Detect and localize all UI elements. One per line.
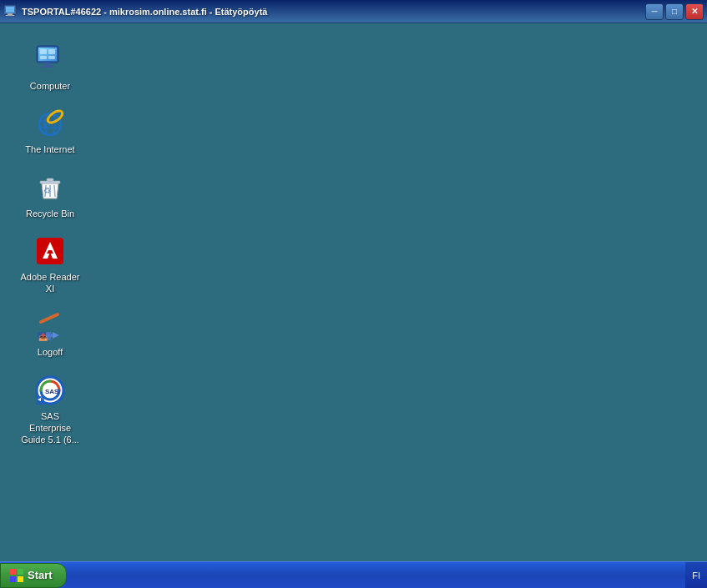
- close-button[interactable]: ✕: [685, 3, 704, 20]
- taskbar: Start FI: [0, 561, 707, 588]
- desktop-icon-recycle[interactable]: ♻ Recycle Bin: [17, 168, 83, 223]
- taskbar-language: FI: [685, 562, 707, 588]
- restore-button[interactable]: □: [665, 3, 684, 20]
- svg-rect-2: [8, 13, 13, 15]
- start-label: Start: [28, 569, 53, 581]
- minimize-button[interactable]: ─: [645, 3, 664, 20]
- svg-rect-12: [48, 56, 55, 59]
- desktop-icons: Computer e The Internet: [8, 32, 699, 466]
- svg-text:♻: ♻: [43, 186, 51, 195]
- windows-logo-icon: [9, 568, 24, 583]
- svg-text:SAS: SAS: [45, 388, 59, 395]
- svg-rect-42: [10, 569, 16, 575]
- desktop-icon-internet[interactable]: e The Internet: [17, 103, 83, 158]
- title-buttons: ─ □ ✕: [645, 3, 704, 20]
- desktop-icon-sas[interactable]: SAS SAS Enterprise Guide 5.1 (6...: [17, 370, 83, 450]
- desktop-icon-computer[interactable]: Computer: [17, 40, 83, 95]
- svg-rect-24: [47, 178, 53, 181]
- start-button[interactable]: Start: [0, 563, 67, 588]
- svg-line-33: [41, 314, 58, 322]
- title-bar: TSPORTAL#46622 - mikrosim.online.stat.fi…: [0, 0, 707, 23]
- svg-rect-1: [6, 7, 14, 13]
- svg-rect-44: [10, 576, 16, 582]
- desktop-icon-adobe[interactable]: Adobe Reader XI: [17, 231, 83, 299]
- svg-rect-45: [18, 576, 23, 582]
- svg-marker-32: [53, 332, 59, 339]
- sas-icon-label: SAS Enterprise Guide 5.1 (6...: [20, 410, 80, 446]
- title-icon: [3, 5, 17, 18]
- svg-rect-11: [40, 56, 47, 59]
- svg-rect-9: [40, 49, 47, 54]
- sas-icon: SAS: [33, 374, 67, 407]
- recycle-icon-label: Recycle Bin: [26, 208, 74, 219]
- logoff-icon-label: Logoff: [38, 346, 63, 358]
- svg-line-22: [54, 185, 55, 197]
- logoff-icon: 📤: [33, 309, 67, 343]
- svg-rect-43: [18, 569, 23, 575]
- ie-icon: e: [33, 107, 67, 140]
- desktop: Computer e The Internet: [0, 23, 707, 561]
- adobe-icon-label: Adobe Reader XI: [20, 271, 80, 295]
- svg-rect-10: [48, 49, 55, 54]
- svg-rect-8: [41, 66, 54, 68]
- desktop-icon-logoff[interactable]: 📤 Logoff: [17, 306, 83, 361]
- title-text: TSPORTAL#46622 - mikrosim.online.stat.fi…: [22, 7, 267, 17]
- recycle-icon: ♻: [33, 171, 67, 204]
- svg-rect-3: [6, 15, 14, 16]
- svg-rect-23: [40, 181, 60, 183]
- title-bar-left: TSPORTAL#46622 - mikrosim.online.stat.fi…: [3, 5, 267, 18]
- language-indicator: FI: [692, 570, 700, 580]
- computer-icon-label: Computer: [30, 80, 70, 92]
- adobe-icon: [33, 234, 67, 268]
- computer-icon: [33, 43, 67, 77]
- svg-text:📤: 📤: [38, 332, 48, 342]
- internet-icon-label: The Internet: [25, 143, 74, 155]
- svg-rect-7: [44, 63, 51, 66]
